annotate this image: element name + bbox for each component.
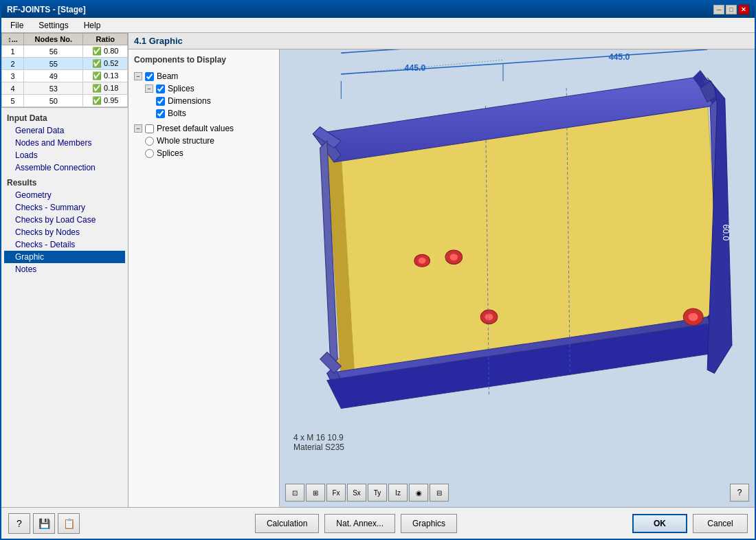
cell-row-3: 3 bbox=[2, 70, 24, 82]
tree-item-dimensions[interactable]: Dimensions bbox=[156, 95, 274, 107]
tool-sx[interactable]: Sx bbox=[347, 484, 366, 502]
tool-fx[interactable]: Fx bbox=[326, 484, 346, 502]
left-panel: ↕... Nodes No. Ratio 1 56 ✅ 0.80 2 bbox=[1, 33, 129, 507]
cell-ratio-1: ✅ 0.80 bbox=[83, 45, 128, 58]
radio-input-whole[interactable] bbox=[145, 137, 154, 146]
label-beam: Beam bbox=[157, 71, 178, 81]
radio-splices[interactable]: Splices bbox=[145, 147, 274, 159]
export-icon-btn[interactable]: 📋 bbox=[58, 513, 80, 534]
annotation-line1: 4 x M 16 10.9 bbox=[293, 433, 344, 442]
checkbox-bolts[interactable] bbox=[156, 109, 165, 118]
help-icon-btn[interactable]: ? bbox=[8, 513, 30, 534]
nat-annex-button[interactable]: Nat. Annex... bbox=[324, 514, 395, 533]
annotation-line2: Material S235 bbox=[293, 442, 344, 452]
label-bolts: Bolts bbox=[168, 109, 186, 118]
menu-help[interactable]: Help bbox=[78, 19, 107, 32]
nav-checks-summary[interactable]: Checks - Summary bbox=[4, 201, 125, 214]
cancel-button[interactable]: Cancel bbox=[693, 514, 748, 533]
svg-line-33 bbox=[341, 49, 707, 53]
expand-splices[interactable]: − bbox=[145, 85, 153, 93]
menu-settings[interactable]: Settings bbox=[32, 19, 74, 32]
nav-geometry[interactable]: Geometry bbox=[4, 189, 125, 201]
cell-ratio-5: ✅ 0.95 bbox=[83, 95, 128, 107]
tool-print[interactable]: ⊟ bbox=[430, 484, 449, 502]
tree-item-splices[interactable]: − Splices bbox=[145, 82, 274, 95]
expand-beam[interactable]: − bbox=[134, 72, 142, 80]
svg-point-23 bbox=[485, 313, 493, 320]
menu-bar: File Settings Help bbox=[1, 18, 755, 33]
checkbox-beam[interactable] bbox=[145, 72, 154, 81]
cell-row-1: 1 bbox=[2, 45, 24, 58]
table-row[interactable]: 4 53 ✅ 0.18 bbox=[2, 82, 128, 95]
table-row[interactable]: 1 56 ✅ 0.80 bbox=[2, 45, 128, 58]
label-whole-structure: Whole structure bbox=[157, 136, 214, 146]
tool-iz[interactable]: Iz bbox=[388, 484, 408, 502]
radio-whole-structure[interactable]: Whole structure bbox=[145, 135, 274, 147]
col-header-nodes: Nodes No. bbox=[24, 34, 83, 45]
cell-row-5: 5 bbox=[2, 95, 24, 107]
check-icon-1: ✅ bbox=[92, 47, 102, 55]
minimize-button[interactable]: ─ bbox=[713, 5, 724, 14]
graphics-button[interactable]: Graphics bbox=[401, 514, 457, 533]
cell-node-3: 49 bbox=[24, 70, 83, 82]
graphic-help-button[interactable]: ? bbox=[730, 484, 749, 502]
bottom-right-buttons: OK Cancel bbox=[632, 514, 748, 533]
table-row[interactable]: 3 49 ✅ 0.13 bbox=[2, 70, 128, 82]
results-section: Results Geometry Checks - Summary Checks… bbox=[4, 177, 125, 275]
cell-ratio-3: ✅ 0.13 bbox=[83, 70, 128, 82]
nav-checks-nodes[interactable]: Checks by Nodes bbox=[4, 226, 125, 238]
close-button[interactable]: ✕ bbox=[738, 5, 749, 14]
tool-ty[interactable]: Ty bbox=[368, 484, 387, 502]
checkbox-dimensions[interactable] bbox=[156, 97, 165, 106]
nav-assemble-connection[interactable]: Assemble Connection bbox=[4, 161, 125, 174]
nav-general-data[interactable]: General Data bbox=[4, 124, 125, 137]
bottom-left-icons: ? 💾 📋 bbox=[8, 513, 80, 534]
results-title: Results bbox=[4, 177, 125, 189]
main-window: RF-JOINTS - [Stage] ─ □ ✕ File Settings … bbox=[0, 0, 756, 540]
input-data-section: Input Data General Data Nodes and Member… bbox=[4, 112, 125, 174]
svg-line-35 bbox=[503, 49, 707, 63]
check-icon-2: ✅ bbox=[92, 59, 102, 67]
check-icon-4: ✅ bbox=[92, 84, 102, 92]
tree-item-bolts[interactable]: Bolts bbox=[156, 107, 274, 120]
nav-nodes-members[interactable]: Nodes and Members bbox=[4, 137, 125, 149]
cell-ratio-4: ✅ 0.18 bbox=[83, 82, 128, 95]
cell-node-1: 56 bbox=[24, 45, 83, 58]
expand-preset[interactable]: − bbox=[134, 124, 142, 133]
components-panel: Components to Display − Beam − Splices bbox=[129, 49, 280, 507]
label-dimensions: Dimensions bbox=[168, 96, 211, 106]
checkbox-splices[interactable] bbox=[156, 85, 165, 93]
tool-render[interactable]: ◉ bbox=[409, 484, 428, 502]
tree-item-preset[interactable]: − Preset default values bbox=[134, 122, 274, 135]
components-title: Components to Display bbox=[134, 55, 274, 65]
calculation-button[interactable]: Calculation bbox=[255, 514, 319, 533]
checkbox-preset[interactable] bbox=[145, 124, 154, 133]
save-icon-btn[interactable]: 💾 bbox=[33, 513, 55, 534]
nav-checks-details[interactable]: Checks - Details bbox=[4, 238, 125, 251]
nav-tree: Input Data General Data Nodes and Member… bbox=[1, 108, 128, 507]
nav-graphic[interactable]: Graphic bbox=[4, 251, 125, 263]
input-data-title: Input Data bbox=[4, 112, 125, 124]
nav-loads[interactable]: Loads bbox=[4, 149, 125, 161]
menu-file[interactable]: File bbox=[4, 19, 30, 32]
nav-notes[interactable]: Notes bbox=[4, 263, 125, 275]
svg-point-25 bbox=[688, 313, 698, 321]
title-bar: RF-JOINTS - [Stage] ─ □ ✕ bbox=[1, 1, 755, 18]
tool-iso-view[interactable]: ⊡ bbox=[285, 484, 304, 502]
window-title: RF-JOINTS - [Stage] bbox=[7, 5, 86, 14]
radio-input-splices[interactable] bbox=[145, 149, 154, 158]
tool-fit-view[interactable]: ⊞ bbox=[306, 484, 325, 502]
maximize-button[interactable]: □ bbox=[726, 5, 737, 14]
svg-text:445.0: 445.0 bbox=[609, 52, 630, 62]
tree-item-beam[interactable]: − Beam bbox=[134, 70, 274, 82]
label-radio-splices: Splices bbox=[157, 148, 184, 158]
svg-text:60.0: 60.0 bbox=[721, 224, 731, 240]
svg-point-21 bbox=[449, 254, 458, 260]
graphic-viewport: 60.0 bbox=[280, 49, 755, 507]
svg-marker-13 bbox=[320, 352, 342, 374]
check-icon-3: ✅ bbox=[92, 71, 102, 80]
table-row[interactable]: 2 55 ✅ 0.52 bbox=[2, 58, 128, 70]
nav-checks-load-case[interactable]: Checks by Load Case bbox=[4, 214, 125, 226]
table-row[interactable]: 5 50 ✅ 0.95 bbox=[2, 95, 128, 107]
ok-button[interactable]: OK bbox=[632, 514, 687, 533]
